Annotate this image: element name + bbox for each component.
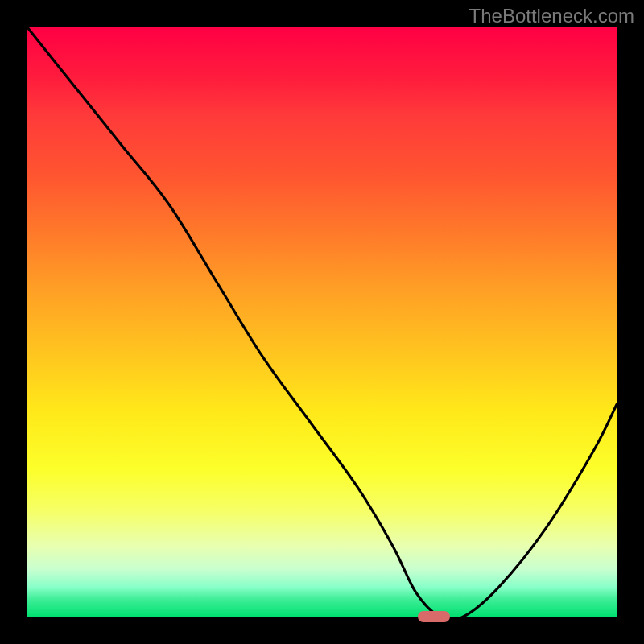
watermark-text: TheBottleneck.com — [469, 5, 634, 27]
chart-marker — [418, 611, 450, 622]
chart-line — [27, 27, 617, 617]
chart-plot-area — [27, 27, 617, 617]
